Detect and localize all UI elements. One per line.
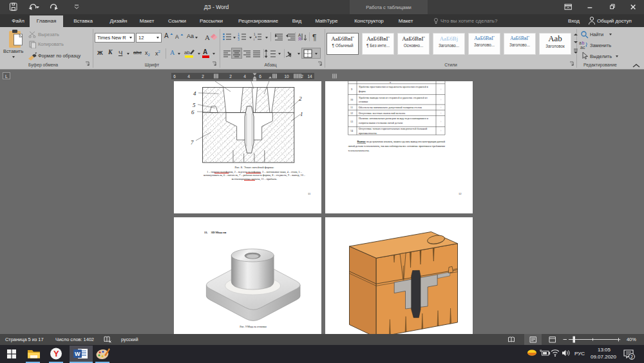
svg-text:12: 12: [459, 192, 462, 195]
svg-text:ab: ab: [184, 50, 190, 55]
svg-text:14: 14: [350, 129, 354, 132]
svg-text:4: 4: [193, 90, 196, 97]
svg-text:W: W: [75, 351, 80, 357]
svg-text:+: +: [440, 98, 442, 101]
svg-text:a: a: [255, 35, 257, 39]
svg-text:форме: форме: [359, 90, 366, 93]
svg-text:2: 2: [299, 95, 302, 102]
svg-text:+: +: [440, 112, 442, 115]
svg-text:Обеспечены минимально допустим: Обеспечены минимально допустимой толщины…: [359, 106, 422, 109]
svg-text:протяженности.: протяженности.: [359, 132, 377, 135]
svg-text:технологичности.: технологичности.: [348, 149, 370, 152]
svg-text:Наличие оптимальных размеров м: Наличие оптимальных размеров между перес…: [359, 117, 429, 120]
svg-text:литой детали технологична, так: литой детали технологична, так как соблю…: [348, 144, 446, 148]
svg-text:+: +: [440, 88, 442, 91]
svg-text:¶: ¶: [312, 33, 316, 42]
svg-text:2: 2: [630, 355, 633, 359]
svg-text:9: 9: [351, 88, 352, 91]
svg-text:Вывод: по результатам анализа,: Вывод: по результатам анализа, можно сде…: [357, 140, 446, 144]
svg-text:10: 10: [350, 98, 353, 101]
svg-text:А: А: [205, 34, 210, 41]
svg-text:7: 7: [191, 139, 194, 146]
svg-text:Отсутствие тонких горизонтальн: Отсутствие тонких горизонтальных поверхн…: [359, 127, 428, 130]
svg-text:11: 11: [350, 106, 353, 109]
svg-text:+: +: [440, 129, 442, 132]
svg-text:5: 5: [193, 102, 196, 108]
svg-text:ac: ac: [580, 45, 585, 50]
svg-text:+: +: [440, 120, 442, 123]
svg-text:1: 1: [300, 111, 303, 117]
svg-text:+: +: [440, 106, 442, 109]
svg-text:3: 3: [238, 37, 240, 41]
svg-text:Удобство проставления и надежн: Удобство проставления и надежность крепл…: [359, 85, 428, 88]
svg-text:i: i: [254, 38, 254, 41]
svg-text:о: о: [390, 81, 391, 84]
svg-text:отливки: отливки: [359, 100, 368, 103]
svg-text:Я: Я: [298, 37, 301, 41]
svg-text:Y: Y: [53, 349, 59, 358]
svg-text:13: 13: [350, 120, 353, 123]
svg-text:12: 12: [350, 112, 353, 115]
svg-text:сопрягаемыми стенками литой де: сопрягаемыми стенками литой детали: [359, 121, 403, 124]
svg-text:Отсутствие местных скоплений м: Отсутствие местных скоплений металла: [359, 112, 405, 115]
svg-text:6: 6: [191, 109, 194, 115]
svg-text:Удобство вывода газов из стерж: Удобство вывода газов из стержней и удал…: [359, 96, 428, 99]
